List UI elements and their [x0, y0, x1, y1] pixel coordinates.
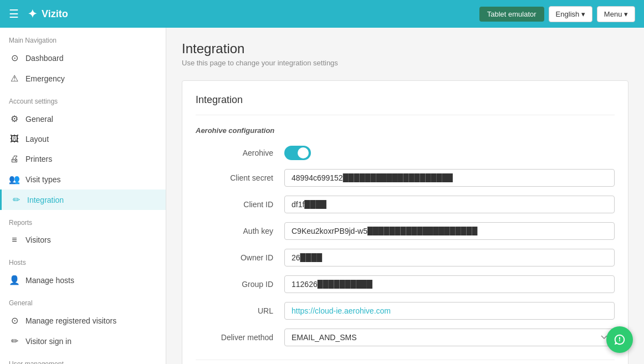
sidebar-item-label: Printers [25, 155, 52, 163]
toggle-slider [284, 146, 311, 160]
sidebar-item-label: Manage registered visitors [25, 316, 116, 325]
auth-key-wrap [284, 222, 615, 240]
sidebar-item-label: Integration [27, 196, 64, 204]
visit-types-icon: 👥 [9, 174, 20, 184]
url-input[interactable] [284, 302, 615, 320]
sidebar-item-label: General [25, 115, 53, 124]
hosts-label: Hosts [0, 250, 166, 270]
sidebar-item-label: Dashboard [25, 54, 64, 63]
main-content: Integration Use this page to change your… [166, 28, 644, 364]
group-id-wrap [284, 275, 615, 293]
layout-icon: 🖼 [9, 134, 20, 144]
auth-key-label: Auth key [196, 227, 284, 235]
tablet-emulator-button[interactable]: Tablet emulator [479, 7, 544, 22]
url-label: URL [196, 306, 284, 315]
dashboard-icon: ⊙ [9, 53, 20, 63]
emergency-icon: ⚠ [9, 73, 20, 84]
sidebar-item-label: Emergency [25, 74, 65, 83]
aerohive-label: Aerohive [196, 148, 284, 157]
sidebar-item-label: Visitors [25, 235, 51, 244]
sidebar: Main Navigation ⊙ Dashboard ⚠ Emergency … [0, 28, 166, 364]
client-secret-input[interactable] [284, 169, 615, 187]
main-navigation-label: Main Navigation [0, 28, 166, 48]
group-id-label: Group ID [196, 280, 284, 289]
slack-section: Slack integration [196, 360, 615, 364]
visitor-sign-in-icon: ✏ [9, 336, 20, 346]
integration-card: Integration Aerohive configuration Aeroh… [182, 80, 628, 364]
page-title: Integration [182, 41, 628, 57]
menu-button[interactable]: Menu ▾ [597, 6, 635, 22]
client-id-input[interactable] [284, 196, 615, 213]
sidebar-item-label: Layout [25, 135, 49, 143]
group-id-row: Group ID [196, 275, 615, 293]
header-actions: Tablet emulator English ▾ Menu ▾ [479, 6, 635, 22]
group-id-input[interactable] [284, 275, 615, 293]
deliver-method-row: Deliver method EMAIL_AND_SMS EMAIL SMS [196, 329, 615, 346]
english-button[interactable]: English ▾ [549, 6, 592, 22]
layout: Main Navigation ⊙ Dashboard ⚠ Emergency … [0, 28, 644, 364]
sidebar-item-manage-hosts[interactable]: 👤 Manage hosts [0, 270, 166, 290]
sidebar-item-visitor-sign-in[interactable]: ✏ Visitor sign in [0, 331, 166, 351]
deliver-method-select[interactable]: EMAIL_AND_SMS EMAIL SMS [284, 329, 615, 346]
aerohive-toggle[interactable] [284, 146, 311, 160]
owner-id-row: Owner ID [196, 249, 615, 266]
sidebar-item-emergency[interactable]: ⚠ Emergency [0, 68, 166, 89]
client-id-row: Client ID [196, 196, 615, 213]
sidebar-item-label: Visitor sign in [25, 337, 71, 346]
client-secret-wrap [284, 169, 615, 187]
deliver-method-label: Deliver method [196, 333, 284, 342]
sidebar-item-printers[interactable]: 🖨 Printers [0, 149, 166, 169]
deliver-method-wrap: EMAIL_AND_SMS EMAIL SMS [284, 329, 615, 346]
user-management-label: User management [0, 351, 166, 364]
aerohive-row: Aerohive [196, 146, 615, 160]
logo: ✦ Vizito [28, 7, 479, 20]
sidebar-item-integration[interactable]: ✏ Integration [0, 189, 166, 210]
client-id-label: Client ID [196, 200, 284, 209]
reports-label: Reports [0, 210, 166, 230]
sidebar-item-layout[interactable]: 🖼 Layout [0, 129, 166, 149]
visitors-icon: ≡ [9, 235, 20, 245]
owner-id-wrap [284, 249, 615, 266]
client-secret-row: Client secret [196, 169, 615, 187]
owner-id-label: Owner ID [196, 253, 284, 262]
sidebar-item-label: Manage hosts [25, 276, 74, 285]
manage-hosts-icon: 👤 [9, 275, 20, 285]
client-secret-label: Client secret [196, 173, 284, 182]
header: ☰ ✦ Vizito Tablet emulator English ▾ Men… [0, 0, 644, 28]
logo-text: Vizito [42, 8, 68, 20]
account-settings-label: Account settings [0, 89, 166, 109]
aerohive-section-title: Aerohive configuration [196, 126, 615, 135]
sidebar-item-visit-types[interactable]: 👥 Visit types [0, 169, 166, 189]
client-id-wrap [284, 196, 615, 213]
sidebar-item-visitors[interactable]: ≡ Visitors [0, 230, 166, 250]
general-section-label: General [0, 290, 166, 310]
sidebar-item-label: Visit types [25, 175, 61, 184]
sidebar-item-general[interactable]: ⚙ General [0, 109, 166, 129]
registered-visitors-icon: ⊙ [9, 315, 20, 326]
card-title: Integration [196, 94, 615, 115]
chat-button[interactable] [606, 326, 633, 353]
hamburger-icon[interactable]: ☰ [9, 7, 19, 20]
url-wrap [284, 302, 615, 320]
integration-icon: ✏ [11, 194, 22, 205]
page-subtitle: Use this page to change your integration… [182, 59, 628, 67]
sidebar-item-dashboard[interactable]: ⊙ Dashboard [0, 48, 166, 68]
url-row: URL [196, 302, 615, 320]
owner-id-input[interactable] [284, 249, 615, 266]
logo-star: ✦ [28, 7, 37, 20]
gear-icon: ⚙ [9, 114, 20, 124]
auth-key-input[interactable] [284, 222, 615, 240]
aerohive-toggle-wrap [284, 146, 615, 160]
auth-key-row: Auth key [196, 222, 615, 240]
sidebar-item-manage-registered-visitors[interactable]: ⊙ Manage registered visitors [0, 310, 166, 331]
printer-icon: 🖨 [9, 154, 20, 164]
chat-icon [614, 334, 626, 346]
